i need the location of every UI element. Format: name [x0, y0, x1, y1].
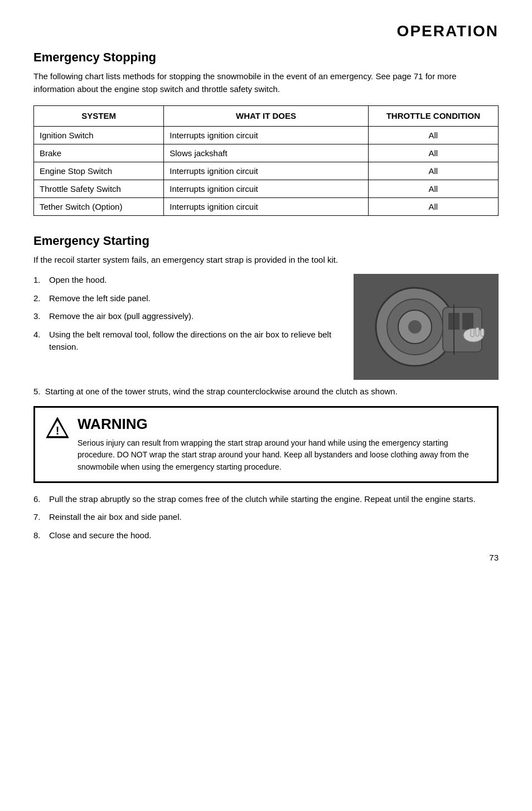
list-item: 1.Open the hood.	[33, 274, 342, 287]
system-cell: Ignition Switch	[34, 126, 164, 144]
svg-text:!: !	[56, 424, 60, 437]
step-text: Remove the air box (pull aggressively).	[49, 310, 194, 323]
svg-rect-7	[462, 313, 473, 330]
step-number: 8.	[33, 529, 46, 542]
warning-text: Serious injury can result from wrapping …	[78, 437, 487, 474]
emergency-stopping-intro: The following chart lists methods for st…	[33, 70, 499, 95]
table-row: Throttle Safety Switch Interrupts igniti…	[34, 180, 499, 197]
step-text: Reinstall the air box and side panel.	[49, 511, 182, 524]
emergency-starting-intro: If the recoil starter system fails, an e…	[33, 254, 499, 267]
list-item: 7.Reinstall the air box and side panel.	[33, 511, 499, 524]
list-item: 4.Using the belt removal tool, follow th…	[33, 329, 342, 354]
warning-icon: !	[45, 416, 70, 440]
table-row: Tether Switch (Option) Interrupts igniti…	[34, 197, 499, 215]
table-body: Ignition Switch Interrupts ignition circ…	[34, 126, 499, 215]
emergency-stopping-section: Emergency Stopping The following chart l…	[33, 50, 499, 216]
svg-point-4	[408, 320, 422, 334]
step-text: Pull the strap abruptly so the strap com…	[49, 493, 476, 506]
what-it-does-column-header: WHAT IT DOES	[164, 106, 369, 127]
list-item: 3.Remove the air box (pull aggressively)…	[33, 310, 342, 323]
initial-steps-list: 1.Open the hood.2.Remove the left side p…	[33, 274, 342, 380]
step-text: Remove the left side panel.	[49, 292, 151, 305]
emergency-starting-title: Emergency Starting	[33, 234, 499, 248]
step-5-text: 5. Starting at one of the tower struts, …	[33, 385, 499, 398]
list-item: 2.Remove the left side panel.	[33, 292, 342, 305]
table-header-row: SYSTEM WHAT IT DOES THROTTLE CONDITION	[34, 106, 499, 127]
what-it-does-cell: Interrupts ignition circuit	[164, 162, 369, 180]
warning-box: ! WARNING Serious injury can result from…	[33, 406, 499, 483]
step-text: Using the belt removal tool, follow the …	[49, 329, 342, 354]
step-number: 7.	[33, 511, 46, 524]
system-cell: Tether Switch (Option)	[34, 197, 164, 215]
table-row: Brake Slows jackshaft All	[34, 144, 499, 162]
step-number: 2.	[33, 292, 46, 305]
list-item: 8.Close and secure the hood.	[33, 529, 499, 542]
warning-content: WARNING Serious injury can result from w…	[78, 416, 487, 474]
steps-image-container: 1.Open the hood.2.Remove the left side p…	[33, 274, 499, 380]
throttle-condition-cell: All	[368, 144, 498, 162]
svg-rect-12	[481, 329, 484, 336]
emergency-stopping-table: SYSTEM WHAT IT DOES THROTTLE CONDITION I…	[33, 105, 499, 216]
step-text: Open the hood.	[49, 274, 107, 287]
step-number: 1.	[33, 274, 46, 287]
system-cell: Brake	[34, 144, 164, 162]
warning-title: WARNING	[78, 416, 487, 433]
engine-image	[354, 274, 499, 380]
throttle-condition-column-header: THROTTLE CONDITION	[368, 106, 498, 127]
system-cell: Throttle Safety Switch	[34, 180, 164, 197]
page-title: OPERATION	[397, 22, 499, 40]
emergency-stopping-title: Emergency Stopping	[33, 50, 499, 65]
svg-rect-10	[471, 329, 474, 337]
table-row: Ignition Switch Interrupts ignition circ…	[34, 126, 499, 144]
svg-rect-11	[476, 327, 479, 336]
table-row: Engine Stop Switch Interrupts ignition c…	[34, 162, 499, 180]
what-it-does-cell: Interrupts ignition circuit	[164, 197, 369, 215]
emergency-starting-section: Emergency Starting If the recoil starter…	[33, 234, 499, 542]
what-it-does-cell: Slows jackshaft	[164, 144, 369, 162]
throttle-condition-cell: All	[368, 197, 498, 215]
remaining-steps-list: 6.Pull the strap abruptly so the strap c…	[33, 493, 499, 542]
system-cell: Engine Stop Switch	[34, 162, 164, 180]
page-header: OPERATION	[33, 22, 499, 40]
step-number: 6.	[33, 493, 46, 506]
throttle-condition-cell: All	[368, 180, 498, 197]
list-item: 6.Pull the strap abruptly so the strap c…	[33, 493, 499, 506]
throttle-condition-cell: All	[368, 126, 498, 144]
what-it-does-cell: Interrupts ignition circuit	[164, 126, 369, 144]
throttle-condition-cell: All	[368, 162, 498, 180]
step-number: 4.	[33, 329, 46, 354]
page-number: 73	[33, 553, 499, 562]
step-number: 3.	[33, 310, 46, 323]
step-text: Close and secure the hood.	[49, 529, 151, 542]
what-it-does-cell: Interrupts ignition circuit	[164, 180, 369, 197]
system-column-header: SYSTEM	[34, 106, 164, 127]
initial-steps: 1.Open the hood.2.Remove the left side p…	[33, 274, 342, 354]
